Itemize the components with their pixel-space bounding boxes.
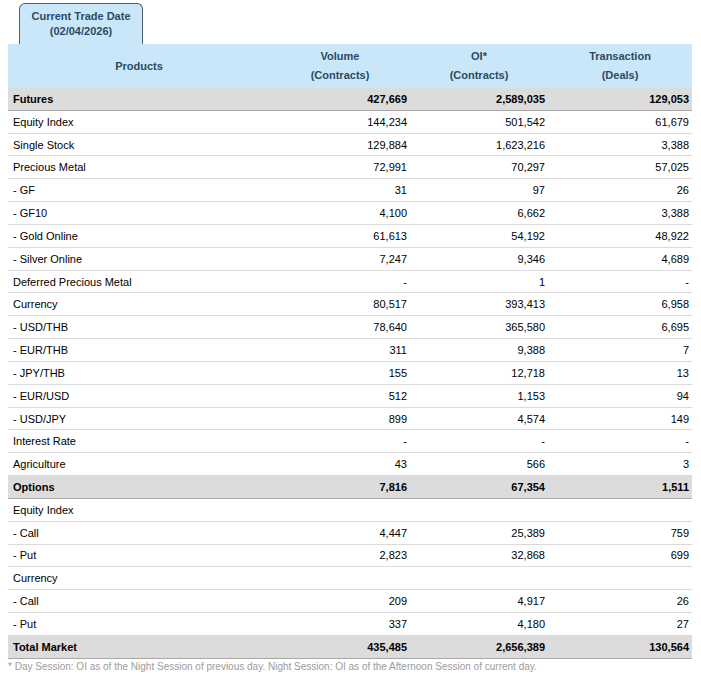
table-body: Futures427,6692,589,035129,053Equity Ind…: [8, 88, 692, 659]
column-header-products: Products: [8, 44, 270, 88]
oi-header-unit: (Contracts): [450, 66, 509, 85]
cell-transaction: 130,564: [548, 641, 692, 653]
cell-product: Currency: [8, 298, 270, 310]
cell-transaction: 26: [548, 184, 692, 196]
tab-label-line2: (02/04/2026): [20, 24, 142, 39]
cell-transaction: 48,922: [548, 230, 692, 242]
cell-oi: 4,574: [410, 413, 548, 425]
cell-product: - JPY/THB: [8, 367, 270, 379]
cell-volume: 72,991: [270, 161, 410, 173]
cell-oi: -: [410, 435, 548, 447]
table-row: Single Stock129,8841,623,2163,388: [8, 134, 692, 157]
cell-transaction: 27: [548, 618, 692, 630]
cell-transaction: 94: [548, 390, 692, 402]
cell-product: Options: [8, 481, 270, 493]
cell-product: Interest Rate: [8, 435, 270, 447]
cell-oi: 393,413: [410, 298, 548, 310]
cell-volume: 4,447: [270, 527, 410, 539]
cell-oi: 2,656,389: [410, 641, 548, 653]
cell-volume: 78,640: [270, 321, 410, 333]
cell-oi: 365,580: [410, 321, 548, 333]
cell-product: - EUR/THB: [8, 344, 270, 356]
cell-transaction: 699: [548, 549, 692, 561]
cell-oi: 67,354: [410, 481, 548, 493]
cell-product: - USD/JPY: [8, 413, 270, 425]
cell-transaction: 7: [548, 344, 692, 356]
cell-volume: 144,234: [270, 116, 410, 128]
cell-oi: 566: [410, 458, 548, 470]
cell-product: - USD/THB: [8, 321, 270, 333]
cell-transaction: 61,679: [548, 116, 692, 128]
cell-oi: 1,623,216: [410, 139, 548, 151]
cell-product: Deferred Precious Metal: [8, 276, 270, 288]
cell-oi: 97: [410, 184, 548, 196]
oi-header-label: OI*: [471, 47, 487, 66]
cell-volume: 31: [270, 184, 410, 196]
cell-transaction: 3,388: [548, 139, 692, 151]
cell-oi: 9,346: [410, 253, 548, 265]
cell-transaction: 129,053: [548, 93, 692, 105]
column-header-volume: Volume (Contracts): [270, 44, 410, 88]
cell-volume: 209: [270, 595, 410, 607]
cell-transaction: 57,025: [548, 161, 692, 173]
volume-header-label: Volume: [321, 47, 360, 66]
table-header-row: Products Volume (Contracts) OI* (Contrac…: [8, 44, 692, 88]
table-row: Options7,81667,3541,511: [8, 476, 692, 499]
cell-transaction: 26: [548, 595, 692, 607]
cell-product: Equity Index: [8, 116, 270, 128]
cell-product: - Call: [8, 595, 270, 607]
cell-volume: -: [270, 276, 410, 288]
cell-oi: 25,389: [410, 527, 548, 539]
table-row: - EUR/THB3119,3887: [8, 339, 692, 362]
table-row: - Call4,44725,389759: [8, 522, 692, 545]
cell-transaction: 6,958: [548, 298, 692, 310]
cell-transaction: 149: [548, 413, 692, 425]
cell-transaction: 6,695: [548, 321, 692, 333]
table-row: Total Market435,4852,656,389130,564: [8, 636, 692, 659]
column-header-transaction: Transaction (Deals): [548, 44, 692, 88]
table-row: - Call2094,91726: [8, 590, 692, 613]
cell-volume: 61,613: [270, 230, 410, 242]
cell-volume: 7,816: [270, 481, 410, 493]
cell-volume: -: [270, 435, 410, 447]
cell-transaction: 4,689: [548, 253, 692, 265]
cell-volume: 129,884: [270, 139, 410, 151]
cell-product: - Call: [8, 527, 270, 539]
cell-volume: 4,100: [270, 207, 410, 219]
cell-oi: 1: [410, 276, 548, 288]
table-row: Futures427,6692,589,035129,053: [8, 88, 692, 111]
table-row: - Gold Online61,61354,19248,922: [8, 225, 692, 248]
table-row: - EUR/USD5121,15394: [8, 385, 692, 408]
cell-product: - Put: [8, 618, 270, 630]
cell-volume: 899: [270, 413, 410, 425]
table-row: - USD/THB78,640365,5806,695: [8, 316, 692, 339]
cell-oi: 4,180: [410, 618, 548, 630]
volume-header-unit: (Contracts): [311, 66, 370, 85]
cell-product: Single Stock: [8, 139, 270, 151]
table-row: - Put2,82332,868699: [8, 545, 692, 568]
current-trade-date-tab[interactable]: Current Trade Date (02/04/2026): [19, 3, 143, 44]
cell-product: - EUR/USD: [8, 390, 270, 402]
table-row: Precious Metal72,99170,29757,025: [8, 156, 692, 179]
table-row: - USD/JPY8994,574149: [8, 408, 692, 431]
market-summary-page: Current Trade Date (02/04/2026) Products…: [0, 0, 701, 678]
cell-product: Agriculture: [8, 458, 270, 470]
cell-product: - GF10: [8, 207, 270, 219]
cell-transaction: -: [548, 276, 692, 288]
cell-volume: 512: [270, 390, 410, 402]
table-row: Deferred Precious Metal-1-: [8, 271, 692, 294]
cell-oi: 9,388: [410, 344, 548, 356]
oi-session-footnote: * Day Session: OI as of the Night Sessio…: [8, 661, 537, 672]
cell-transaction: 13: [548, 367, 692, 379]
cell-volume: 43: [270, 458, 410, 470]
table-row: Agriculture435663: [8, 453, 692, 476]
cell-oi: 6,662: [410, 207, 548, 219]
cell-transaction: -: [548, 435, 692, 447]
table-row: - GF319726: [8, 179, 692, 202]
cell-product: Total Market: [8, 641, 270, 653]
cell-product: Equity Index: [8, 504, 270, 516]
table-row: Currency80,517393,4136,958: [8, 293, 692, 316]
transaction-header-unit: (Deals): [602, 66, 639, 85]
cell-product: Currency: [8, 572, 270, 584]
cell-oi: 4,917: [410, 595, 548, 607]
